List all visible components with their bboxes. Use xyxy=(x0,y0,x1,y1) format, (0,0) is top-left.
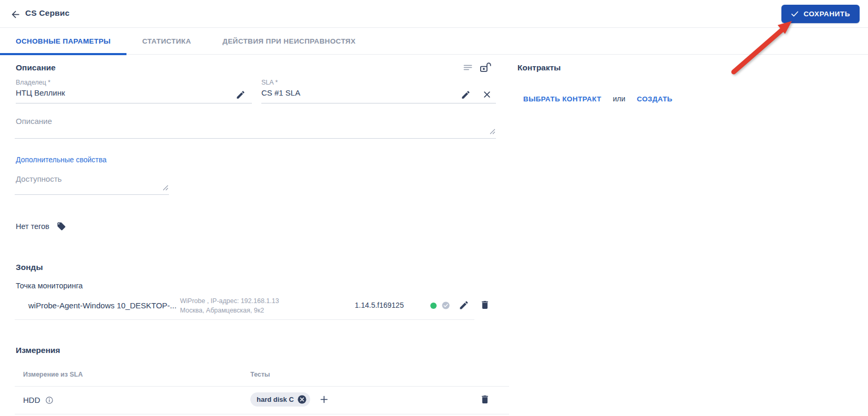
measurement-row: HDD hard disk C xyxy=(0,386,509,414)
probe-info-line1: WiProbe , IP-адрес: 192.168.1.13 xyxy=(180,296,279,306)
tab-bar: ОСНОВНЫЕ ПАРАМЕТРЫ СТАТИСТИКА ДЕЙСТВИЯ П… xyxy=(0,28,868,55)
tab-label: СТАТИСТИКА xyxy=(142,37,191,45)
lock-open-icon[interactable] xyxy=(479,61,492,74)
status-online-dot xyxy=(430,303,437,309)
test-chip[interactable]: hard disk C xyxy=(250,392,310,407)
availability-textarea[interactable]: Доступность xyxy=(15,174,169,195)
clear-sla-icon[interactable] xyxy=(482,90,492,99)
additional-properties-link[interactable]: Дополнительные свойства xyxy=(16,155,107,164)
test-chip-label: hard disk C xyxy=(257,396,294,403)
sla-field-label: SLA * xyxy=(261,79,496,86)
or-label: или xyxy=(613,95,626,103)
description-toolbar xyxy=(463,61,492,74)
description-textarea-label: Описание xyxy=(16,117,496,126)
column-header-measurement: Измерение из SLA xyxy=(23,371,83,378)
notes-icon[interactable] xyxy=(463,63,473,72)
description-textarea[interactable]: Описание xyxy=(15,117,496,139)
remove-test-icon[interactable] xyxy=(298,395,306,404)
service-edit-page: CS Сервис СОХРАНИТЬ ОСНОВНЫЕ ПАРАМЕТРЫ С… xyxy=(0,0,868,416)
add-test-icon[interactable] xyxy=(319,394,329,404)
no-tags-label: Нет тегов xyxy=(16,222,49,231)
monitoring-point-label: Точка мониторинга xyxy=(16,282,83,290)
sla-field[interactable]: SLA * CS #1 SLA xyxy=(261,79,496,103)
tests-cell: hard disk C xyxy=(250,392,329,407)
column-header-tests: Тесты xyxy=(250,371,270,378)
availability-textarea-label: Доступность xyxy=(16,174,169,183)
resize-handle-icon[interactable] xyxy=(163,183,168,193)
edit-probe-icon[interactable] xyxy=(459,300,469,310)
info-icon[interactable] xyxy=(45,396,54,404)
check-icon xyxy=(791,11,799,17)
arrow-back-icon xyxy=(10,9,21,20)
delete-measurement-icon[interactable] xyxy=(480,394,490,405)
measurement-name: HDD xyxy=(23,396,40,404)
owner-field-value: НТЦ Веллинк xyxy=(16,88,252,97)
tab-label: ОСНОВНЫЕ ПАРАМЕТРЫ xyxy=(16,37,111,45)
probe-version: 1.14.5.f169125 xyxy=(355,301,404,309)
tab-failure-actions[interactable]: ДЕЙСТВИЯ ПРИ НЕИСПРАВНОСТЯХ xyxy=(207,28,372,55)
edit-owner-icon[interactable] xyxy=(236,90,246,100)
save-button-label: СОХРАНИТЬ xyxy=(803,10,850,18)
probe-info-line2: Москва, Абрамцевская, 9к2 xyxy=(180,306,279,315)
header-bar: CS Сервис СОХРАНИТЬ xyxy=(0,0,868,28)
probe-row-divider xyxy=(15,319,474,320)
create-contract-link[interactable]: СОЗДАТЬ xyxy=(637,95,673,103)
owner-field-label: Владелец * xyxy=(16,79,252,86)
contracts-section-title: Контракты xyxy=(517,63,561,72)
measurements-section-title: Измерения xyxy=(16,346,60,355)
tag-icon[interactable] xyxy=(57,222,66,231)
edit-sla-icon[interactable] xyxy=(461,90,471,100)
probe-name: wiProbe-Agent-Windows 10_DESKTOP-... xyxy=(28,301,176,310)
status-check-badge xyxy=(441,301,450,310)
contracts-actions: ВЫБРАТЬ КОНТРАКТ или СОЗДАТЬ xyxy=(523,95,672,103)
delete-probe-icon[interactable] xyxy=(480,299,490,310)
save-button[interactable]: СОХРАНИТЬ xyxy=(781,5,860,23)
probe-row: wiProbe-Agent-Windows 10_DESKTOP-... WiP… xyxy=(0,292,496,319)
tab-main-params[interactable]: ОСНОВНЫЕ ПАРАМЕТРЫ xyxy=(0,28,126,55)
resize-handle-icon[interactable] xyxy=(490,127,495,137)
description-section-title: Описание xyxy=(16,63,56,72)
back-button[interactable] xyxy=(8,7,22,21)
probe-info: WiProbe , IP-адрес: 192.168.1.13 Москва,… xyxy=(180,296,279,315)
measurement-name-cell: HDD xyxy=(23,396,54,404)
main-content: Описание Владелец * НТЦ Веллинк S xyxy=(0,55,868,416)
measurement-row-divider xyxy=(15,414,509,414)
probes-section-title: Зонды xyxy=(16,263,43,272)
select-contract-link[interactable]: ВЫБРАТЬ КОНТРАКТ xyxy=(523,95,601,103)
tab-statistics[interactable]: СТАТИСТИКА xyxy=(126,28,207,55)
tab-label: ДЕЙСТВИЯ ПРИ НЕИСПРАВНОСТЯХ xyxy=(223,37,356,45)
tags-row: Нет тегов xyxy=(16,222,66,231)
page-title: CS Сервис xyxy=(25,8,70,18)
owner-field[interactable]: Владелец * НТЦ Веллинк xyxy=(16,79,252,103)
